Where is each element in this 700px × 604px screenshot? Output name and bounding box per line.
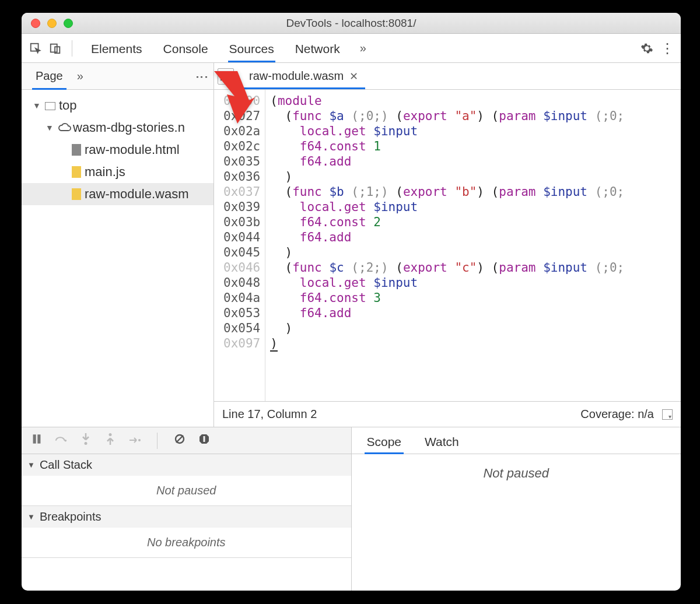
disclosure-triangle-icon[interactable]: ▼ <box>45 123 54 132</box>
tree-label: main.js <box>85 164 125 180</box>
step-into-icon[interactable] <box>79 433 93 448</box>
step-over-icon[interactable] <box>54 434 68 447</box>
gutter-line[interactable]: 0x04a <box>223 290 260 305</box>
tab-network[interactable]: Network <box>285 35 351 62</box>
disclosure-triangle-icon[interactable]: ▼ <box>32 101 41 110</box>
tab-console[interactable]: Console <box>153 35 219 62</box>
code-line[interactable]: local.get $input <box>270 199 676 215</box>
tree-origin[interactable]: ▼ wasm-dbg-stories.n <box>22 117 214 139</box>
tree-label: wasm-dbg-stories.n <box>73 120 185 135</box>
devtools-window: DevTools - localhost:8081/ ElementsConso… <box>22 13 681 591</box>
svg-rect-1 <box>51 44 57 52</box>
gutter[interactable]: 0x0000x0270x02a0x02c0x0350x0360x0370x039… <box>214 90 265 401</box>
gutter-line[interactable]: 0x02c <box>223 139 260 154</box>
step-icon[interactable] <box>128 434 142 447</box>
inspect-element-icon[interactable] <box>27 40 44 57</box>
scope-body: Not paused <box>352 454 681 591</box>
code-area[interactable]: (module (func $a (;0;) (export "a") (par… <box>265 90 681 401</box>
page-tab[interactable]: Page <box>27 64 71 89</box>
breakpoints-label: Breakpoints <box>40 510 102 524</box>
gutter-line[interactable]: 0x045 <box>223 245 260 260</box>
more-tabs-chevron-icon[interactable]: » <box>354 41 372 55</box>
tree-label: raw-module.html <box>85 142 180 157</box>
gutter-line[interactable]: 0x097 <box>223 336 260 351</box>
svg-rect-4 <box>33 434 36 443</box>
editor-tab-label: raw-module.wasm <box>249 69 344 83</box>
call-stack-header[interactable]: ▼ Call Stack <box>22 454 351 476</box>
navigator-panel: Page » ⋮ ▼ top ▼ wasm-dbg-stories.n <box>22 63 214 427</box>
pause-on-exceptions-icon[interactable] <box>197 433 211 448</box>
code-line[interactable]: f64.const 2 <box>270 215 676 230</box>
gutter-line[interactable]: 0x046 <box>223 260 260 275</box>
debugger-right-panel: ScopeWatch Not paused <box>352 427 681 591</box>
svg-point-8 <box>109 433 112 436</box>
tree-file[interactable]: main.js <box>22 161 214 183</box>
frame-icon <box>45 102 55 110</box>
code-line[interactable]: ) <box>270 169 676 184</box>
device-toolbar-icon[interactable] <box>47 40 64 57</box>
code-line[interactable]: (func $b (;1;) (export "b") (param $inpu… <box>270 184 676 199</box>
editor-panel: raw-module.wasm ✕ 0x0000x0270x02a0x02c0x… <box>214 63 681 427</box>
code-editor[interactable]: 0x0000x0270x02a0x02c0x0350x0360x0370x039… <box>214 90 681 401</box>
code-line[interactable]: ) <box>270 321 676 336</box>
tab-watch[interactable]: Watch <box>414 429 470 454</box>
gutter-line[interactable]: 0x035 <box>223 154 260 169</box>
code-line[interactable]: f64.add <box>270 305 676 321</box>
code-line[interactable]: (module <box>270 93 676 108</box>
script-icon <box>72 166 81 178</box>
cloud-icon <box>58 121 69 134</box>
code-line[interactable]: local.get $input <box>270 124 676 139</box>
gutter-line[interactable]: 0x048 <box>223 275 260 290</box>
step-out-icon[interactable] <box>103 433 117 448</box>
gutter-line[interactable]: 0x027 <box>223 108 260 124</box>
deactivate-breakpoints-icon[interactable] <box>173 433 187 448</box>
gutter-line[interactable]: 0x000 <box>223 93 260 108</box>
pause-icon[interactable] <box>30 434 44 447</box>
gutter-line[interactable]: 0x044 <box>223 230 260 245</box>
code-line[interactable]: ) <box>270 336 676 351</box>
more-menu-icon[interactable]: ⋮ <box>659 40 675 57</box>
settings-gear-icon[interactable] <box>639 40 655 57</box>
hide-navigator-icon[interactable] <box>218 68 234 85</box>
close-tab-icon[interactable]: ✕ <box>349 70 358 83</box>
tab-elements[interactable]: Elements <box>80 35 153 62</box>
code-line[interactable]: f64.add <box>270 154 676 169</box>
gutter-line[interactable]: 0x02a <box>223 124 260 139</box>
code-line[interactable]: ) <box>270 245 676 260</box>
tab-scope[interactable]: Scope <box>356 429 412 454</box>
code-line[interactable]: (func $a (;0;) (export "a") (param $inpu… <box>270 108 676 124</box>
script-icon <box>72 188 81 200</box>
tree-file[interactable]: raw-module.wasm <box>22 183 214 205</box>
tree-file[interactable]: raw-module.html <box>22 139 214 161</box>
more-nav-tabs-icon[interactable]: » <box>71 69 89 83</box>
breakpoints-header[interactable]: ▼ Breakpoints <box>22 506 351 528</box>
titlebar: DevTools - localhost:8081/ <box>22 13 681 34</box>
editor-tab[interactable]: raw-module.wasm ✕ <box>242 64 365 89</box>
code-line[interactable]: local.get $input <box>270 275 676 290</box>
gutter-line[interactable]: 0x053 <box>223 305 260 321</box>
code-line[interactable]: f64.add <box>270 230 676 245</box>
tree-label: top <box>59 98 77 113</box>
gutter-line[interactable]: 0x037 <box>223 184 260 199</box>
tree-frame-top[interactable]: ▼ top <box>22 94 214 117</box>
code-line[interactable]: f64.const 3 <box>270 290 676 305</box>
debugger-left-panel: ▼ Call Stack Not paused ▼ Breakpoints No… <box>22 427 352 591</box>
document-icon <box>72 144 81 156</box>
breakpoints-body: No breakpoints <box>22 528 351 557</box>
gutter-line[interactable]: 0x039 <box>223 199 260 215</box>
call-stack-body: Not paused <box>22 476 351 505</box>
svg-point-6 <box>65 440 67 442</box>
gutter-line[interactable]: 0x036 <box>223 169 260 184</box>
svg-rect-12 <box>204 436 205 442</box>
editor-statusbar: Line 17, Column 2 Coverage: n/a <box>214 401 681 427</box>
gutter-line[interactable]: 0x054 <box>223 321 260 336</box>
svg-point-9 <box>138 439 141 441</box>
gutter-line[interactable]: 0x03b <box>223 215 260 230</box>
code-line[interactable]: (func $c (;2;) (export "c") (param $inpu… <box>270 260 676 275</box>
disclosure-triangle-icon: ▼ <box>27 512 35 521</box>
call-stack-label: Call Stack <box>40 458 92 472</box>
format-menu-icon[interactable] <box>662 409 673 420</box>
tab-sources[interactable]: Sources <box>219 35 285 62</box>
navigator-menu-icon[interactable]: ⋮ <box>194 71 209 82</box>
code-line[interactable]: f64.const 1 <box>270 139 676 154</box>
